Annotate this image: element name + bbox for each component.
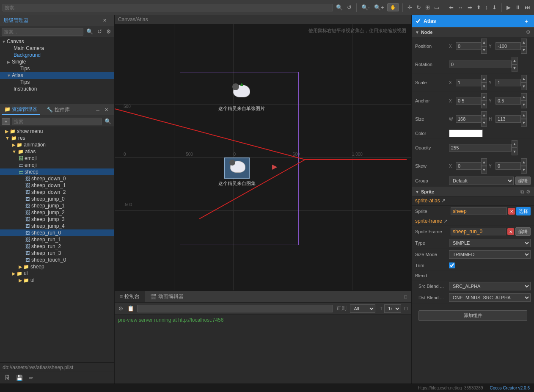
tree-tips-atlas[interactable]: Tips	[0, 79, 114, 86]
right-add-btn[interactable]: +	[522, 17, 531, 25]
scale-tool[interactable]: ⊞	[424, 3, 431, 11]
zoom-in-btn[interactable]: 🔍+	[373, 3, 385, 11]
tree-instruction[interactable]: Instruction	[0, 86, 114, 92]
anchor-y-up[interactable]: ▲	[521, 93, 527, 101]
rect-tool[interactable]: ▭	[433, 3, 440, 11]
sprite-section-header[interactable]: ▼ Sprite ⧉ ⚙	[412, 187, 534, 197]
asset-sheep-jump-0[interactable]: 🖼 sheep_jump_0	[0, 196, 114, 202]
group-select[interactable]: Default	[449, 177, 514, 185]
anchor-y-input[interactable]	[495, 97, 521, 105]
align-bottom[interactable]: ⬇	[491, 3, 498, 11]
asset-res[interactable]: ▼ 📁 res	[0, 135, 114, 141]
size-w-up[interactable]: ▲	[481, 111, 487, 119]
scale-y-up[interactable]: ▲	[521, 75, 527, 83]
play-btn[interactable]: ▶	[505, 3, 512, 11]
console-level-select[interactable]: All Error Warn Info	[350, 304, 375, 313]
console-maximize2[interactable]: □	[403, 304, 409, 312]
edit-icon[interactable]: ✏	[28, 374, 35, 382]
asset-animation[interactable]: ▶ 📁 animation	[0, 141, 114, 148]
atlas-connect-btn[interactable]: 选择	[516, 207, 531, 215]
asset-atlas-folder[interactable]: ▼ 📁 atlas	[0, 148, 114, 155]
rotation-input[interactable]: 0	[449, 61, 512, 68]
asset-search-btn[interactable]: 🔍	[103, 117, 113, 125]
bottom-minimize[interactable]: ─	[394, 293, 401, 300]
node-section-header[interactable]: ▼ Node ⚙	[412, 27, 534, 37]
scale-y-input[interactable]	[495, 79, 521, 86]
asset-search-input[interactable]	[12, 118, 102, 125]
skew-y-up[interactable]: ▲	[521, 158, 527, 166]
align-right[interactable]: ➡	[466, 3, 473, 11]
asset-sheep-jump-3[interactable]: 🖼 sheep_jump_3	[0, 216, 114, 223]
align-center[interactable]: ↔	[457, 3, 465, 11]
hierarchy-search-icon[interactable]: 🔍	[85, 28, 94, 36]
skew-y-input[interactable]	[495, 162, 521, 170]
align-top[interactable]: ⬆	[475, 3, 482, 11]
rotation-up[interactable]: ▲	[512, 57, 517, 64]
pos-x-down[interactable]: ▼	[481, 46, 487, 54]
tree-main-camera[interactable]: Main Camera	[0, 45, 114, 52]
opacity-up[interactable]: ▲	[512, 140, 517, 148]
size-h-down[interactable]: ▼	[521, 119, 527, 127]
asset-sheep-plist[interactable]: 🗃 sheep	[0, 168, 114, 175]
hierarchy-settings[interactable]: ⚙	[105, 28, 113, 36]
asset-add-btn[interactable]: +	[2, 118, 10, 125]
asset-show-menu[interactable]: ▶ 📁 show menu	[0, 128, 114, 135]
tab-animation-editor[interactable]: 🎬 动画编辑器	[145, 291, 189, 302]
atlas-checkbox[interactable]	[415, 18, 421, 24]
pause-btn[interactable]: ⏸	[514, 3, 522, 11]
group-edit-btn[interactable]: 编辑	[515, 177, 531, 185]
asset-emoji2[interactable]: 🗃 emoji	[0, 162, 114, 168]
skew-x-down[interactable]: ▼	[481, 166, 487, 174]
asset-ui2[interactable]: ▶ 📁 ui	[0, 277, 114, 284]
sprite-copy-btn[interactable]: ⧉	[520, 189, 524, 195]
search-btn[interactable]: 🔍	[335, 3, 344, 11]
hierarchy-refresh[interactable]: ↺	[96, 28, 103, 36]
pos-y-up[interactable]: ▲	[521, 39, 527, 46]
pos-y-down[interactable]: ▼	[521, 46, 527, 54]
console-fontsize-select[interactable]: 14 12 16	[384, 304, 401, 313]
zoom-out-btn[interactable]: 🔍-	[360, 3, 371, 11]
pos-y-input[interactable]: -100	[495, 42, 521, 50]
console-clear-btn[interactable]: ⊘	[117, 304, 124, 312]
asset-emoji1[interactable]: 🖼 emoji	[0, 155, 114, 162]
asset-sheep-run-2[interactable]: 🖼 sheep_run_2	[0, 243, 114, 250]
hierarchy-search[interactable]	[2, 28, 83, 36]
global-search-input[interactable]	[3, 4, 333, 11]
asset-close[interactable]: ✕	[103, 106, 110, 113]
asset-sheep-down-0[interactable]: 🖼 sheep_down_0	[0, 175, 114, 182]
opacity-input[interactable]	[449, 144, 512, 152]
scale-x-input[interactable]	[456, 79, 481, 86]
console-copy-btn[interactable]: 📋	[126, 304, 135, 312]
anchor-x-input[interactable]	[456, 97, 481, 105]
asset-sheep-jump-1[interactable]: 🖼 sheep_jump_1	[0, 202, 114, 209]
tree-single[interactable]: ▶ Single	[0, 58, 114, 65]
size-h-input[interactable]	[495, 115, 521, 123]
anchor-x-up[interactable]: ▲	[481, 93, 487, 101]
opacity-down[interactable]: ▼	[512, 148, 517, 155]
hand-tool[interactable]: ✋	[387, 3, 399, 11]
sprite-gear-btn[interactable]: ⚙	[526, 189, 531, 195]
pos-x-input[interactable]: 0	[456, 42, 481, 50]
frame-edit-btn[interactable]: 编辑	[515, 227, 531, 236]
tab-console[interactable]: ≡ 控制台	[115, 291, 145, 302]
db-icon[interactable]: 🗄	[3, 374, 11, 382]
hierarchy-minimize[interactable]: ─	[93, 17, 99, 24]
skew-y-down[interactable]: ▼	[521, 166, 527, 174]
asset-sheep-jump-2[interactable]: 🖼 sheep_jump_2	[0, 209, 114, 216]
anchor-y-down[interactable]: ▼	[521, 101, 527, 108]
asset-sheep-down-2[interactable]: 🖼 sheep_down_2	[0, 189, 114, 196]
asset-sheep-touch-0[interactable]: 🖼 sheep_touch_0	[0, 257, 114, 263]
size-w-down[interactable]: ▼	[481, 119, 487, 127]
asset-sheep-run-3[interactable]: 🖼 sheep_run_3	[0, 250, 114, 257]
hierarchy-close[interactable]: ✕	[101, 17, 108, 24]
controls-tab[interactable]: 🔧 控件库	[42, 105, 74, 114]
rotation-down[interactable]: ▼	[512, 64, 517, 72]
add-component-btn[interactable]: 添加组件	[418, 310, 527, 321]
scale-y-down[interactable]: ▼	[521, 83, 527, 90]
asset-sheep-jump-4[interactable]: 🖼 sheep_jump_4	[0, 223, 114, 229]
align-middle[interactable]: ↕	[484, 3, 490, 11]
scale-x-up[interactable]: ▲	[481, 75, 487, 83]
tree-atlas[interactable]: ▼ Atlas	[0, 72, 114, 79]
trim-checkbox[interactable]	[449, 262, 455, 268]
scale-x-down[interactable]: ▼	[481, 83, 487, 90]
